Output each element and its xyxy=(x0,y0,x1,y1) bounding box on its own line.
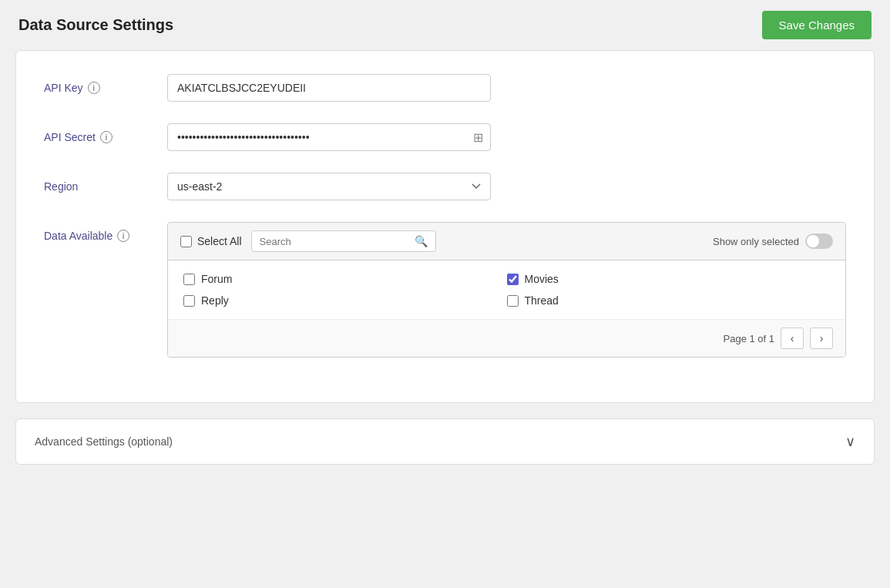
data-item-forum[interactable]: Forum xyxy=(183,273,507,285)
save-changes-button[interactable]: Save Changes xyxy=(762,11,872,39)
api-key-input[interactable] xyxy=(167,74,491,102)
api-secret-wrapper: ⊞ xyxy=(167,123,491,151)
search-input[interactable] xyxy=(260,236,410,247)
show-only-selected: Show only selected xyxy=(713,234,833,249)
select-all-label: Select All xyxy=(197,235,242,247)
data-available-row: Data Available i Select All 🔍 Show only … xyxy=(44,222,846,358)
api-key-row: API Key i xyxy=(44,74,846,102)
checkbox-reply[interactable] xyxy=(183,295,195,307)
region-row: Region us-east-1 us-east-2 us-west-1 us-… xyxy=(44,173,846,200)
search-icon: 🔍 xyxy=(415,235,428,247)
advanced-settings-card[interactable]: Advanced Settings (optional) ∨ xyxy=(15,418,875,465)
select-all-checkbox[interactable] xyxy=(180,236,192,247)
data-available-box: Select All 🔍 Show only selected xyxy=(167,222,846,358)
data-available-info-icon[interactable]: i xyxy=(117,230,129,242)
api-secret-label: API Secret i xyxy=(44,131,167,143)
checkbox-forum[interactable] xyxy=(183,274,195,285)
pagination-row: Page 1 of 1 ‹ › xyxy=(168,320,845,357)
advanced-settings-label: Advanced Settings (optional) xyxy=(35,435,173,448)
pagination-prev-button[interactable]: ‹ xyxy=(781,328,804,349)
region-select[interactable]: us-east-1 us-east-2 us-west-1 us-west-2 … xyxy=(167,173,491,200)
main-settings-card: API Key i API Secret i ⊞ Region us-east-… xyxy=(15,50,875,403)
api-secret-row: API Secret i ⊞ xyxy=(44,123,846,151)
toggle-secret-icon[interactable]: ⊞ xyxy=(473,130,483,145)
pagination-next-button[interactable]: › xyxy=(810,328,833,349)
advanced-settings-chevron-icon: ∨ xyxy=(845,433,855,450)
api-key-label: API Key i xyxy=(44,82,167,94)
checkbox-thread[interactable] xyxy=(507,295,519,307)
api-secret-info-icon[interactable]: i xyxy=(100,131,113,143)
data-available-header: Select All 🔍 Show only selected xyxy=(168,223,845,260)
pagination-text: Page 1 of 1 xyxy=(724,333,775,344)
region-label: Region xyxy=(44,180,167,193)
show-only-selected-toggle[interactable] xyxy=(805,234,833,249)
data-available-label: Data Available i xyxy=(44,222,167,242)
data-item-reply[interactable]: Reply xyxy=(183,294,507,307)
data-item-movies[interactable]: Movies xyxy=(507,273,831,285)
api-key-info-icon[interactable]: i xyxy=(88,82,100,94)
checkbox-movies[interactable] xyxy=(507,274,519,285)
data-available-wrapper: Select All 🔍 Show only selected xyxy=(167,222,846,358)
search-box: 🔍 xyxy=(251,230,436,252)
page-title: Data Source Settings xyxy=(18,16,173,34)
data-items-grid: Forum Movies Reply Thread xyxy=(168,260,845,320)
select-all-check[interactable]: Select All xyxy=(180,235,242,247)
api-secret-input[interactable] xyxy=(167,123,491,151)
data-item-thread[interactable]: Thread xyxy=(507,294,831,307)
